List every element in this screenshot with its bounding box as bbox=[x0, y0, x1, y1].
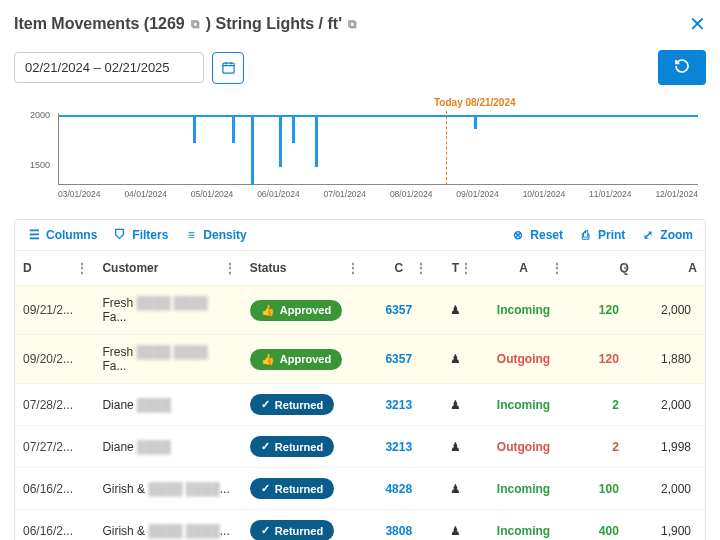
zoom-icon: ⤢ bbox=[641, 228, 655, 242]
reset-button[interactable]: ⊗Reset bbox=[511, 228, 563, 242]
calendar-button[interactable] bbox=[212, 52, 244, 84]
cell-code[interactable]: 3808 bbox=[365, 510, 433, 541]
print-button[interactable]: ⎙Print bbox=[579, 228, 625, 242]
col-qty[interactable]: Q⋮ bbox=[569, 251, 637, 286]
col-menu-icon[interactable]: ⋮ bbox=[415, 261, 427, 275]
date-range-input[interactable] bbox=[14, 52, 204, 83]
col-date[interactable]: D⋮ bbox=[15, 251, 94, 286]
chart-dip bbox=[232, 115, 235, 143]
status-icon: 👍 bbox=[261, 304, 275, 317]
table-row[interactable]: 06/16/2...Girish & ████ ████...✓Returned… bbox=[15, 468, 705, 510]
col-customer[interactable]: Customer⋮ bbox=[94, 251, 241, 286]
chart-x-axis: 03/01/2024 04/01/2024 05/01/2024 06/01/2… bbox=[58, 189, 698, 205]
cell-date: 07/28/2... bbox=[15, 384, 94, 426]
chart-dip bbox=[279, 115, 282, 167]
filters-label: Filters bbox=[132, 228, 168, 242]
today-marker-label: Today 08/21/2024 bbox=[434, 97, 516, 108]
cell-code[interactable]: 6357 bbox=[365, 335, 433, 384]
cell-qty: 400 bbox=[569, 510, 637, 541]
cell-code[interactable]: 3213 bbox=[365, 426, 433, 468]
copy-name-icon[interactable]: ⧉ bbox=[348, 17, 357, 31]
chess-piece-icon: ♟ bbox=[450, 352, 461, 366]
col-menu-icon[interactable]: ⋮ bbox=[76, 261, 88, 275]
x-tick: 04/01/2024 bbox=[124, 189, 167, 205]
chess-piece-icon: ♟ bbox=[450, 524, 461, 538]
columns-label: Columns bbox=[46, 228, 97, 242]
chess-piece-icon: ♟ bbox=[450, 303, 461, 317]
svg-rect-0 bbox=[222, 63, 233, 73]
density-icon: ≡ bbox=[184, 228, 198, 242]
table-row[interactable]: 07/28/2...Diane ████✓Returned3213♟Incomi… bbox=[15, 384, 705, 426]
col-menu-icon[interactable]: ⋮ bbox=[619, 261, 631, 275]
cell-amt: 1,900 bbox=[637, 510, 705, 541]
movements-grid: ☰Columns ⛉Filters ≡Density ⊗Reset ⎙Print… bbox=[14, 219, 706, 540]
status-pill: ✓Returned bbox=[250, 478, 334, 499]
x-tick: 10/01/2024 bbox=[523, 189, 566, 205]
cell-qty: 120 bbox=[569, 286, 637, 335]
chart-dip bbox=[315, 115, 318, 167]
cell-code[interactable]: 3213 bbox=[365, 384, 433, 426]
cell-date: 09/21/2... bbox=[15, 286, 94, 335]
cell-code[interactable]: 4828 bbox=[365, 468, 433, 510]
status-pill: 👍Approved bbox=[250, 300, 342, 321]
cell-date: 07/27/2... bbox=[15, 426, 94, 468]
col-amt[interactable]: A bbox=[637, 251, 705, 286]
print-label: Print bbox=[598, 228, 625, 242]
columns-button[interactable]: ☰Columns bbox=[27, 228, 97, 242]
y-tick: 1500 bbox=[30, 160, 50, 170]
x-tick: 11/01/2024 bbox=[589, 189, 632, 205]
reset-label: Reset bbox=[530, 228, 563, 242]
table-row[interactable]: 07/27/2...Diane ████✓Returned3213♟Outgoi… bbox=[15, 426, 705, 468]
calendar-icon bbox=[221, 60, 236, 75]
col-status[interactable]: Status⋮ bbox=[242, 251, 365, 286]
table-row[interactable]: 06/16/2...Girish & ████ ████...✓Returned… bbox=[15, 510, 705, 541]
chess-piece-icon: ♟ bbox=[450, 440, 461, 454]
cell-amt: 2,000 bbox=[637, 286, 705, 335]
status-icon: 👍 bbox=[261, 353, 275, 366]
cell-date: 06/16/2... bbox=[15, 510, 94, 541]
chess-piece-icon: ♟ bbox=[450, 482, 461, 496]
cell-customer: Fresh ████ ████ Fa... bbox=[94, 286, 241, 335]
filters-button[interactable]: ⛉Filters bbox=[113, 228, 168, 242]
cell-status: ✓Returned bbox=[242, 510, 365, 541]
chart-dip bbox=[193, 115, 196, 143]
col-menu-icon[interactable]: ⋮ bbox=[551, 261, 563, 275]
cell-customer: Girish & ████ ████... bbox=[94, 510, 241, 541]
cell-customer: Diane ████ bbox=[94, 384, 241, 426]
cell-code[interactable]: 6357 bbox=[365, 286, 433, 335]
cell-type: ♟ bbox=[433, 286, 478, 335]
cell-amt: 2,000 bbox=[637, 384, 705, 426]
modal-title: Item Movements (1269 ⧉ ) String Lights /… bbox=[14, 15, 357, 33]
cell-type: ♟ bbox=[433, 468, 478, 510]
status-icon: ✓ bbox=[261, 398, 270, 411]
status-pill: ✓Returned bbox=[250, 520, 334, 540]
copy-id-icon[interactable]: ⧉ bbox=[191, 17, 200, 31]
table-row[interactable]: 09/20/2...Fresh ████ ████ Fa...👍Approved… bbox=[15, 335, 705, 384]
col-type[interactable]: T⋮ bbox=[433, 251, 478, 286]
refresh-button[interactable] bbox=[658, 50, 706, 85]
cell-amt: 2,000 bbox=[637, 468, 705, 510]
title-prefix: Item Movements (1269 bbox=[14, 15, 185, 33]
status-pill: 👍Approved bbox=[250, 349, 342, 370]
chart-dip bbox=[292, 115, 295, 143]
col-menu-icon[interactable]: ⋮ bbox=[460, 261, 472, 275]
cell-status: ✓Returned bbox=[242, 384, 365, 426]
movements-chart: Today 08/21/2024 2000 1500 03/01/2024 04… bbox=[14, 95, 706, 205]
cell-customer: Diane ████ bbox=[94, 426, 241, 468]
density-button[interactable]: ≡Density bbox=[184, 228, 246, 242]
chart-dip bbox=[474, 115, 477, 129]
table-row[interactable]: 09/21/2...Fresh ████ ████ Fa...👍Approved… bbox=[15, 286, 705, 335]
col-menu-icon[interactable]: ⋮ bbox=[347, 261, 359, 275]
cell-type: ♟ bbox=[433, 335, 478, 384]
cell-action: Outgoing bbox=[478, 335, 569, 384]
col-action[interactable]: A⋮ bbox=[478, 251, 569, 286]
cell-qty: 2 bbox=[569, 426, 637, 468]
col-menu-icon[interactable]: ⋮ bbox=[224, 261, 236, 275]
cell-amt: 1,880 bbox=[637, 335, 705, 384]
col-code[interactable]: C⋮ bbox=[365, 251, 433, 286]
close-button[interactable]: ✕ bbox=[689, 12, 706, 36]
chart-plot-area bbox=[58, 113, 698, 185]
chart-dip bbox=[251, 115, 254, 185]
zoom-button[interactable]: ⤢Zoom bbox=[641, 228, 693, 242]
cell-status: ✓Returned bbox=[242, 468, 365, 510]
